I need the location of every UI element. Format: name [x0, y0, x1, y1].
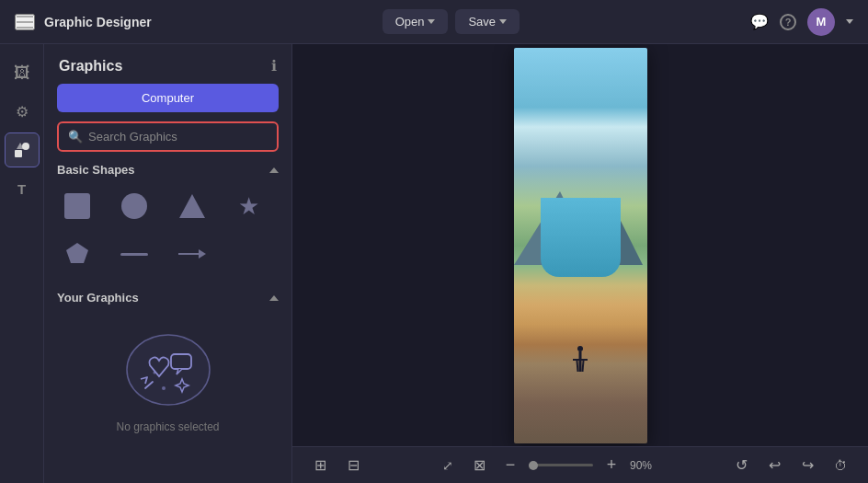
bottom-toolbar: ⊞ ⊟ ⤢ ⊠ − + — [292, 446, 868, 483]
rotate-left-icon: ↺ — [736, 456, 748, 474]
canvas-image — [514, 48, 647, 443]
open-button[interactable]: Open — [383, 9, 449, 34]
avatar[interactable]: M — [807, 8, 835, 36]
toolbar-center: ⤢ ⊠ − + 90% — [435, 453, 659, 478]
panel-body: Computer 🔍 Search Graphics — [44, 84, 291, 152]
help-button[interactable]: ? — [780, 14, 796, 30]
avatar-letter: M — [817, 15, 827, 29]
save-button[interactable]: Save — [455, 9, 520, 34]
computer-button[interactable]: Computer — [57, 84, 279, 112]
basic-shapes-header[interactable]: Basic Shapes — [57, 163, 279, 177]
graphics-panel: Graphics ℹ Computer 🔍 Search Graphics Ba… — [44, 44, 292, 483]
layers-button[interactable]: ⊞ — [307, 453, 333, 478]
shape-arrow-item[interactable] — [172, 234, 212, 274]
water — [541, 198, 621, 277]
avatar-chevron-icon[interactable] — [846, 19, 853, 24]
crop-icon: ⊠ — [474, 456, 485, 474]
figure — [573, 335, 588, 372]
zoom-out-icon: − — [506, 455, 516, 475]
layers-icon: ⊞ — [314, 456, 326, 474]
canvas-viewport[interactable] — [292, 44, 868, 446]
shape-triangle-item[interactable] — [172, 186, 212, 226]
star-shape: ★ — [238, 194, 259, 218]
your-graphics-section: Your Graphics — [44, 283, 291, 446]
header-center: Open Save — [383, 9, 520, 34]
svg-rect-0 — [15, 150, 22, 157]
circle-shape — [121, 193, 147, 219]
square-shape — [64, 193, 90, 219]
grid-icon: ⊟ — [348, 456, 360, 474]
shape-pentagon-item[interactable] — [57, 234, 97, 274]
open-label: Open — [395, 15, 425, 29]
crop-button[interactable]: ⊠ — [466, 453, 492, 478]
canvas-photo — [514, 48, 647, 443]
search-bar[interactable]: 🔍 Search Graphics — [57, 121, 279, 152]
sidebar-item-shapes[interactable] — [5, 132, 40, 167]
basic-shapes-section: Basic Shapes ★ — [44, 152, 291, 283]
rotate-left-button[interactable]: ↺ — [728, 453, 754, 478]
basic-shapes-chevron-icon — [269, 167, 279, 173]
redo-button[interactable]: ↪ — [794, 453, 820, 478]
your-graphics-chevron-icon — [269, 295, 279, 301]
triangle-shape — [179, 194, 205, 218]
shape-star-item[interactable]: ★ — [229, 186, 269, 226]
save-label: Save — [468, 15, 496, 29]
shape-line-item[interactable] — [114, 234, 154, 274]
grid-button[interactable]: ⊟ — [340, 453, 366, 478]
toolbar-left: ⊞ ⊟ — [307, 453, 366, 478]
menu-button[interactable] — [15, 14, 35, 30]
text-icon: T — [17, 181, 26, 197]
undo-button[interactable]: ↩ — [761, 453, 787, 478]
sidebar-item-text[interactable]: T — [5, 171, 40, 206]
search-placeholder-text: Search Graphics — [88, 130, 177, 144]
shape-circle-item[interactable] — [114, 186, 154, 226]
your-graphics-title: Your Graphics — [57, 291, 139, 305]
arrow-shape — [178, 249, 206, 259]
icon-sidebar: 🖼 ⚙ T — [0, 44, 44, 483]
svg-marker-3 — [66, 243, 88, 263]
your-graphics-header[interactable]: Your Graphics — [57, 291, 279, 305]
header-left: Graphic Designer — [15, 14, 152, 30]
shape-square-item[interactable] — [57, 186, 97, 226]
zoom-out-button[interactable]: − — [497, 453, 523, 478]
info-icon[interactable]: ℹ — [271, 57, 277, 75]
help-icon: ? — [780, 14, 796, 30]
open-chevron-icon — [428, 19, 435, 24]
sliders-icon: ⚙ — [16, 103, 29, 121]
header: Graphic Designer Open Save 💬 ? M — [0, 0, 868, 44]
svg-point-6 — [162, 386, 166, 390]
header-right: 💬 ? M — [750, 8, 853, 36]
zoom-percent: 90% — [630, 459, 659, 472]
undo-icon: ↩ — [769, 456, 781, 474]
search-icon: 🔍 — [68, 130, 83, 144]
panel-title: Graphics — [59, 58, 122, 75]
shapes-grid: ★ — [57, 186, 279, 274]
chat-button[interactable]: 💬 — [750, 13, 769, 30]
svg-point-4 — [127, 335, 210, 405]
zoom-slider-thumb — [529, 461, 538, 470]
zoom-in-button[interactable]: + — [599, 453, 624, 478]
expand-icon: ⤢ — [442, 458, 453, 473]
expand-button[interactable]: ⤢ — [435, 453, 461, 478]
pentagon-shape — [64, 241, 90, 267]
history-button[interactable]: ⏱ — [828, 453, 853, 478]
history-icon: ⏱ — [834, 458, 847, 473]
shapes-icon — [13, 141, 31, 159]
sidebar-item-image[interactable]: 🖼 — [5, 55, 40, 90]
basic-shapes-title: Basic Shapes — [57, 163, 135, 177]
panel-header: Graphics ℹ — [44, 44, 291, 84]
your-graphics-empty: No graphics selected — [57, 314, 279, 433]
image-icon: 🖼 — [14, 63, 30, 83]
redo-icon: ↪ — [802, 456, 814, 474]
line-shape — [120, 253, 148, 256]
sidebar-item-sliders[interactable]: ⚙ — [5, 94, 40, 129]
main-layout: 🖼 ⚙ T Graphics ℹ Computer 🔍 Search Graph… — [0, 44, 868, 483]
zoom-in-icon: + — [607, 455, 617, 475]
app-title: Graphic Designer — [44, 15, 152, 29]
svg-point-7 — [153, 372, 155, 374]
toolbar-right: ↺ ↩ ↪ ⏱ — [728, 453, 853, 478]
no-graphics-label: No graphics selected — [116, 420, 219, 433]
zoom-slider[interactable] — [529, 464, 593, 466]
placeholder-graphic — [118, 328, 219, 411]
chat-icon: 💬 — [750, 13, 769, 30]
